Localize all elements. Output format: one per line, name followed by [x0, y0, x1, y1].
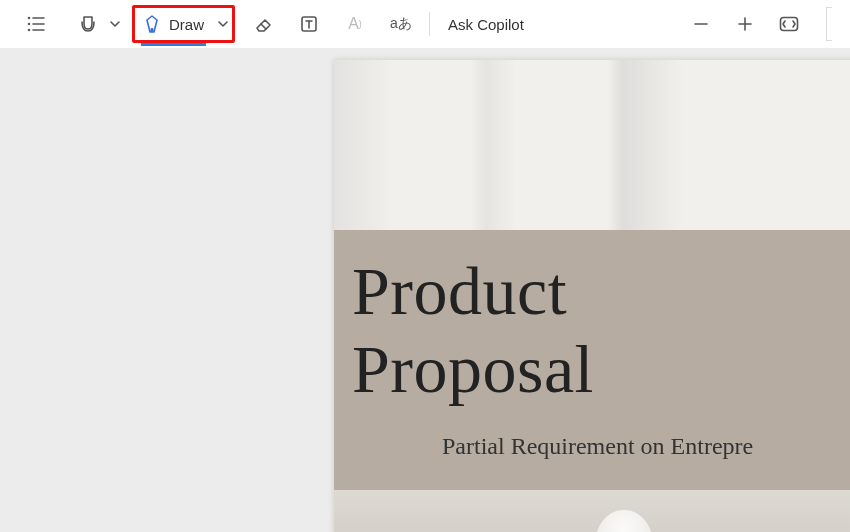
doc-title-line2: Proposal — [352, 330, 850, 408]
toc-icon — [26, 14, 46, 34]
text-style-icon: A — [348, 15, 359, 33]
zoom-in-button[interactable] — [728, 7, 762, 41]
read-aloud-menu[interactable] — [106, 6, 124, 42]
eraser-icon — [253, 14, 273, 34]
translate-icon: aあ — [390, 15, 412, 33]
svg-point-2 — [29, 24, 30, 25]
draw-label: Draw — [169, 16, 204, 33]
read-aloud-button[interactable] — [70, 6, 106, 42]
svg-marker-7 — [150, 28, 154, 32]
zoom-controls — [684, 7, 832, 41]
doc-subtitle-line1: Partial Requirement on Entrepre — [442, 433, 753, 459]
chevron-down-icon — [109, 18, 121, 30]
draw-active-indicator — [141, 43, 206, 46]
textbox-icon — [299, 14, 319, 34]
draw-button[interactable]: Draw — [135, 8, 214, 40]
text-style-button: A) — [337, 6, 373, 42]
textbox-button[interactable] — [291, 6, 327, 42]
pen-icon — [143, 14, 161, 34]
document-viewport[interactable]: Product Proposal Partial Requirement on … — [0, 48, 850, 532]
page-photo-strip — [334, 490, 850, 532]
svg-point-4 — [29, 30, 30, 31]
doc-title-line1: Product — [352, 252, 850, 330]
svg-point-0 — [29, 18, 30, 19]
page-header-image — [334, 60, 850, 230]
read-aloud-icon — [78, 14, 98, 34]
title-band: Product Proposal Partial Requirement on … — [334, 230, 850, 490]
document-page: Product Proposal Partial Requirement on … — [334, 60, 850, 532]
plus-icon — [736, 15, 754, 33]
translate-button[interactable]: aあ — [383, 6, 419, 42]
toolbar-separator — [429, 12, 430, 36]
draw-menu[interactable] — [214, 8, 232, 40]
page-nav-edge[interactable] — [826, 7, 832, 41]
fit-page-icon — [779, 16, 799, 32]
chess-pawn-image — [594, 510, 654, 532]
zoom-out-button[interactable] — [684, 7, 718, 41]
draw-button-highlight: Draw — [132, 5, 235, 43]
toc-button[interactable] — [18, 6, 54, 42]
svg-line-8 — [261, 24, 266, 29]
doc-title: Product Proposal — [352, 252, 850, 408]
minus-icon — [692, 15, 710, 33]
toolbar: Draw A) aあ Ask Copilot — [0, 0, 850, 48]
erase-button[interactable] — [245, 6, 281, 42]
ask-copilot-label: Ask Copilot — [448, 16, 524, 33]
fit-page-button[interactable] — [772, 7, 806, 41]
ask-copilot-button[interactable]: Ask Copilot — [440, 6, 532, 42]
chevron-down-icon — [217, 18, 229, 30]
